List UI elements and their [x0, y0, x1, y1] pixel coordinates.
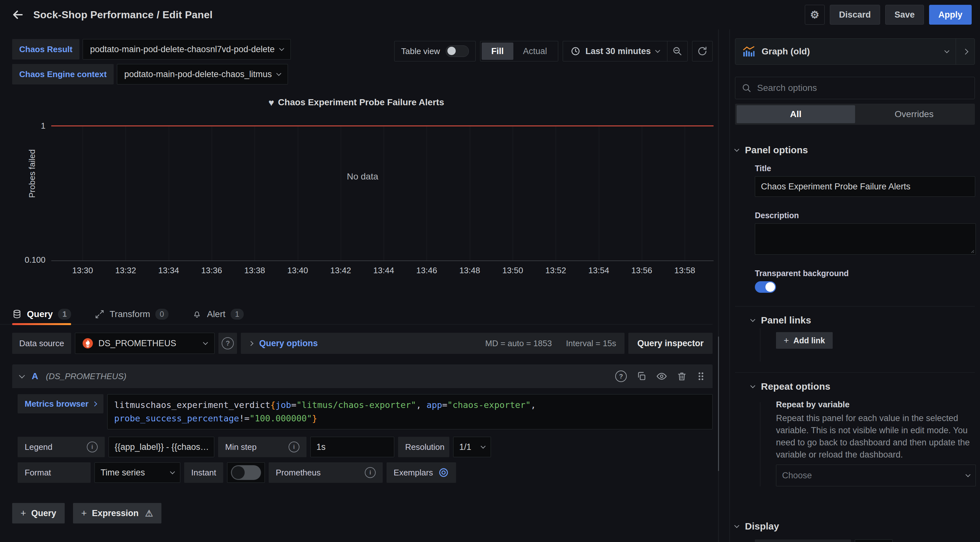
promql-token: "100.000000": [250, 414, 312, 423]
refresh-button[interactable]: [692, 41, 712, 61]
chart-xlabels: 13:3013:3213:3413:3613:3813:4013:4213:44…: [51, 266, 714, 278]
metrics-browser-button[interactable]: Metrics browser: [18, 394, 103, 414]
add-query-button[interactable]: + Query: [12, 503, 65, 523]
refresh-icon: [697, 46, 708, 56]
duplicate-query-button[interactable]: [636, 371, 647, 381]
resize-handle-icon[interactable]: [969, 248, 974, 253]
legend-label-chip: Legend i: [18, 437, 105, 457]
options-search-input[interactable]: [756, 82, 968, 94]
panel-links-section-header[interactable]: Panel links: [751, 315, 975, 326]
min-step-input[interactable]: [310, 437, 394, 457]
legend-format-input[interactable]: [108, 437, 214, 457]
chevron-right-icon: [92, 401, 97, 406]
search-icon: [742, 83, 751, 93]
query-ref-datasource: (DS_PROMETHEUS): [46, 371, 126, 381]
section-title: Panel links: [761, 315, 811, 326]
section-title: Repeat options: [761, 381, 830, 392]
apply-button[interactable]: Apply: [929, 5, 972, 25]
panel-options-section-header[interactable]: Panel options: [735, 144, 975, 155]
datasource-picker[interactable]: DS_PROMETHEUS: [75, 333, 215, 354]
editor-tabs: Query 1 Transform 0 Alert 1: [0, 304, 713, 325]
title-field-label: Title: [755, 164, 975, 173]
save-button[interactable]: Save: [885, 5, 924, 25]
visualization-suggestions-button[interactable]: [956, 39, 975, 64]
tab-alert[interactable]: Alert 1: [192, 304, 244, 325]
time-range-button[interactable]: Last 30 minutes: [563, 41, 667, 61]
scrollbar-thumb[interactable]: [718, 337, 719, 471]
query-ref-id: A: [32, 371, 38, 381]
x-tick-label: 13:32: [115, 266, 136, 276]
instant-toggle[interactable]: [231, 465, 261, 480]
format-value: Time series: [100, 468, 145, 478]
variable-value-dropdown[interactable]: podtato-main-pod-delete-chaos_litmus: [117, 64, 288, 84]
info-icon[interactable]: i: [87, 442, 98, 452]
panel-description-textarea[interactable]: [755, 223, 976, 255]
promql-editor[interactable]: litmuschaos_experiment_verdict{job="litm…: [107, 394, 713, 429]
divider: [735, 372, 975, 373]
promql-token: "chaos-exporter": [447, 400, 531, 410]
collapse-chevron-icon[interactable]: [19, 372, 25, 378]
query-options-label: Query options: [259, 339, 318, 349]
x-tick-label: 13:52: [546, 266, 566, 276]
back-button[interactable]: [8, 5, 27, 24]
tab-count-badge: 0: [155, 309, 169, 320]
pane-splitter[interactable]: [718, 29, 719, 542]
delete-query-button[interactable]: [677, 371, 687, 381]
variable-value-dropdown[interactable]: podtato-main-pod-delete-chaosnl7vd-pod-d…: [83, 39, 291, 60]
visualization-dropdown[interactable]: Graph (old): [735, 39, 956, 64]
panel-title-input[interactable]: [755, 176, 975, 197]
drag-handle[interactable]: [697, 371, 705, 381]
add-link-label: Add link: [793, 336, 825, 345]
refresh-group: [692, 41, 713, 62]
resolution-select[interactable]: 1/1: [453, 437, 491, 457]
info-icon[interactable]: i: [288, 442, 299, 452]
bars-label-chip: Bars: [755, 539, 851, 542]
discard-button[interactable]: Discard: [830, 5, 880, 25]
table-view-control: Table view: [394, 41, 475, 62]
tab-label: Transform: [110, 309, 150, 319]
actual-option[interactable]: Actual: [513, 43, 557, 60]
bell-icon: [192, 309, 202, 319]
table-view-toggle[interactable]: [446, 46, 469, 57]
x-tick-label: 13:44: [374, 266, 394, 276]
disable-query-button[interactable]: [656, 371, 667, 382]
query-options-toggle[interactable]: Query options MD = auto = 1853 Interval …: [241, 333, 625, 354]
arrow-left-icon: [11, 8, 25, 22]
heart-icon: ♥: [268, 97, 274, 108]
add-expression-button[interactable]: + Expression ⚠: [73, 503, 161, 523]
tab-overrides[interactable]: Overrides: [855, 105, 974, 123]
add-link-button[interactable]: + Add link: [776, 332, 833, 349]
transparent-bg-toggle[interactable]: [755, 281, 776, 293]
time-range-label: Last 30 minutes: [585, 46, 651, 56]
fill-option[interactable]: Fill: [482, 43, 513, 60]
tab-transform[interactable]: Transform 0: [95, 304, 169, 325]
instant-toggle-box: [227, 462, 265, 483]
tab-count-badge: 1: [231, 309, 244, 320]
query-row-header[interactable]: A (DS_PROMETHEUS) ?: [12, 365, 713, 388]
promql-token: job: [275, 400, 291, 410]
tab-all[interactable]: All: [737, 105, 855, 123]
choose-placeholder: Choose: [782, 471, 812, 480]
x-tick-label: 13:54: [588, 266, 609, 276]
metrics-browser-label: Metrics browser: [25, 399, 88, 409]
display-section-header[interactable]: Display: [735, 521, 975, 532]
datasource-help-button[interactable]: ?: [218, 333, 237, 354]
query-help-button[interactable]: ?: [615, 371, 627, 382]
exemplars-toggle-icon[interactable]: [438, 467, 449, 478]
bars-toggle-box: [855, 539, 892, 542]
query-inspector-button[interactable]: Query inspector: [628, 333, 713, 354]
panel-settings-button[interactable]: ⚙: [805, 5, 825, 25]
format-select[interactable]: Time series: [94, 462, 180, 483]
chart-gridline: [126, 127, 126, 260]
repeat-options-section-header[interactable]: Repeat options: [751, 381, 975, 392]
tab-query[interactable]: Query 1: [12, 304, 71, 325]
x-tick-label: 13:58: [675, 266, 695, 276]
resolution-value: 1/1: [459, 442, 471, 452]
query-footer-buttons: + Query + Expression ⚠: [12, 503, 713, 523]
repeat-variable-select[interactable]: Choose: [776, 464, 976, 487]
y-tick-label: 0.100: [10, 255, 46, 265]
info-icon[interactable]: i: [365, 467, 375, 478]
zoom-out-button[interactable]: [667, 41, 687, 61]
x-tick-label: 13:50: [502, 266, 523, 276]
repeat-by-variable-label: Repeat by variable: [776, 399, 975, 409]
